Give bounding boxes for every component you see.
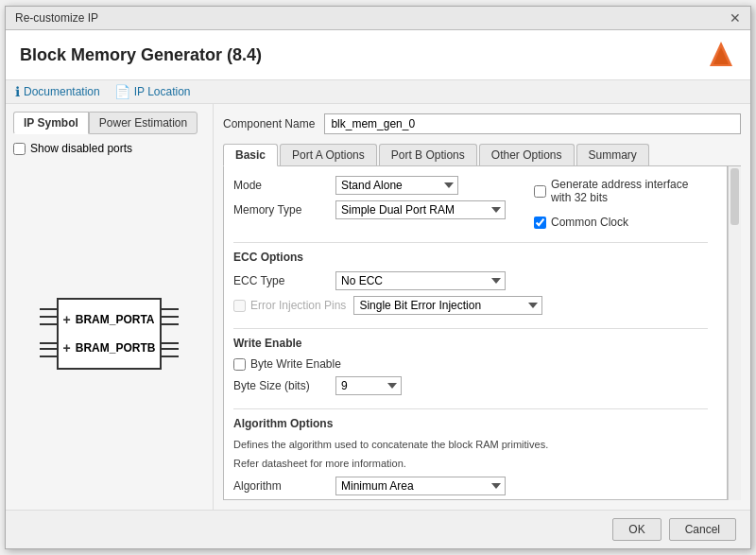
- byte-write-enable-checkbox[interactable]: [233, 358, 246, 371]
- ip-location-link[interactable]: 📄 IP Location: [114, 84, 191, 99]
- mode-row: Mode Stand Alone: [233, 176, 506, 195]
- byte-write-enable-label: Byte Write Enable: [250, 357, 341, 371]
- port-a-row: + BRAM_PORTA: [63, 309, 156, 330]
- title-bar: Re-customize IP ✕: [6, 7, 750, 30]
- ecc-options-section: ECC Options ECC Type No ECC Error Inject…: [233, 251, 708, 315]
- close-button[interactable]: ✕: [730, 11, 741, 25]
- ecc-type-row: ECC Type No ECC: [233, 271, 708, 290]
- tab-port-a[interactable]: Port A Options: [280, 144, 377, 165]
- toolbar: ℹ Documentation 📄 IP Location: [6, 80, 750, 104]
- show-disabled-ports-row[interactable]: Show disabled ports: [13, 142, 205, 155]
- algorithm-label: Algorithm: [233, 479, 328, 493]
- byte-size-row: Byte Size (bits) 9 8: [233, 376, 708, 395]
- memory-type-row: Memory Type Simple Dual Port RAM: [233, 200, 506, 219]
- divider-2: [233, 328, 708, 329]
- symbol-area: + BRAM_PORTA + BRAM_PORTB: [13, 165, 205, 502]
- info-icon: ℹ: [15, 84, 20, 99]
- algorithm-info-1: Defines the algorithm used to concatenat…: [233, 438, 708, 452]
- algorithm-row: Algorithm Minimum Area Low Power Fixed P…: [233, 477, 708, 495]
- write-enable-title: Write Enable: [233, 337, 708, 350]
- bottom-bar: OK Cancel: [6, 510, 750, 548]
- common-clock-row: Common Clock: [534, 216, 708, 229]
- generate-address-checkbox[interactable]: [534, 185, 546, 198]
- port-b-label: BRAM_PORTB: [76, 341, 156, 355]
- show-disabled-checkbox[interactable]: [13, 143, 26, 155]
- byte-write-enable-row: Byte Write Enable: [233, 357, 708, 371]
- byte-size-label: Byte Size (bits): [233, 379, 328, 392]
- write-enable-section: Write Enable Byte Write Enable Byte Size…: [233, 337, 708, 395]
- error-injection-row: Error Injection Pins Single Bit Error In…: [233, 296, 708, 315]
- generate-address-label: Generate address interface with 32 bits: [551, 178, 708, 204]
- main-header: Block Memory Generator (8.4): [6, 30, 750, 80]
- scrollbar-track[interactable]: [728, 166, 741, 500]
- algorithm-select[interactable]: Minimum Area Low Power Fixed Primitive: [335, 477, 506, 495]
- documentation-link[interactable]: ℹ Documentation: [15, 84, 100, 99]
- ecc-type-label: ECC Type: [233, 274, 328, 287]
- memory-type-label: Memory Type: [233, 203, 328, 217]
- window-title: Re-customize IP: [15, 11, 98, 25]
- mode-select[interactable]: Stand Alone: [335, 176, 458, 195]
- dialog-title: Block Memory Generator (8.4): [20, 45, 262, 65]
- tab-other-options[interactable]: Other Options: [479, 144, 575, 165]
- algorithm-info-2: Refer datasheet for more information.: [233, 457, 708, 471]
- port-b-row: + BRAM_PORTB: [63, 338, 156, 358]
- ok-button[interactable]: OK: [612, 518, 661, 541]
- divider-1: [233, 242, 708, 243]
- right-panel: Component Name Basic Port A Options Port…: [214, 104, 750, 510]
- xilinx-logo: [706, 40, 736, 70]
- cancel-button[interactable]: Cancel: [669, 518, 736, 541]
- left-tabs: IP Symbol Power Estimation: [13, 112, 205, 134]
- tab-power-estimation[interactable]: Power Estimation: [89, 112, 198, 134]
- ecc-section-title: ECC Options: [233, 251, 708, 264]
- folder-icon: 📄: [114, 84, 130, 99]
- scrollbar-thumb[interactable]: [730, 168, 739, 225]
- component-name-row: Component Name: [223, 113, 741, 134]
- tabs-container: Basic Port A Options Port B Options Othe…: [223, 144, 741, 166]
- error-injection-checkbox-row: Error Injection Pins: [233, 299, 346, 312]
- left-panel: IP Symbol Power Estimation Show disabled…: [6, 104, 214, 510]
- component-name-label: Component Name: [223, 117, 315, 130]
- component-name-input[interactable]: [324, 113, 741, 134]
- tab-port-b[interactable]: Port B Options: [379, 144, 477, 165]
- show-disabled-label: Show disabled ports: [30, 142, 132, 155]
- error-injection-checkbox: [233, 300, 246, 312]
- common-clock-checkbox[interactable]: [534, 217, 546, 229]
- port-a-label: BRAM_PORTA: [76, 313, 155, 326]
- content-area: IP Symbol Power Estimation Show disabled…: [6, 104, 750, 510]
- bram-symbol: + BRAM_PORTA + BRAM_PORTB: [57, 298, 163, 370]
- tab-basic[interactable]: Basic: [223, 144, 278, 166]
- divider-3: [233, 408, 708, 409]
- ecc-type-select[interactable]: No ECC: [335, 271, 506, 290]
- tab-summary[interactable]: Summary: [576, 144, 649, 165]
- algorithm-section: Algorithm Options Defines the algorithm …: [233, 417, 708, 500]
- tab-ip-symbol[interactable]: IP Symbol: [13, 112, 89, 134]
- algorithm-section-title: Algorithm Options: [233, 417, 708, 430]
- common-clock-label: Common Clock: [551, 216, 628, 229]
- memory-type-select[interactable]: Simple Dual Port RAM: [335, 200, 506, 219]
- tab-content-basic: Mode Stand Alone Memory Type Simple Dual…: [223, 166, 728, 500]
- error-injection-label: Error Injection Pins: [250, 299, 346, 312]
- dialog-window: Re-customize IP ✕ Block Memory Generator…: [5, 6, 751, 549]
- ip-location-label: IP Location: [134, 85, 191, 98]
- error-injection-select[interactable]: Single Bit Error Injection: [353, 296, 542, 315]
- byte-size-select[interactable]: 9 8: [335, 376, 402, 395]
- documentation-label: Documentation: [24, 85, 100, 98]
- generate-address-row: Generate address interface with 32 bits: [534, 178, 708, 204]
- tab-content-wrapper: Mode Stand Alone Memory Type Simple Dual…: [223, 166, 741, 500]
- mode-label: Mode: [233, 179, 328, 192]
